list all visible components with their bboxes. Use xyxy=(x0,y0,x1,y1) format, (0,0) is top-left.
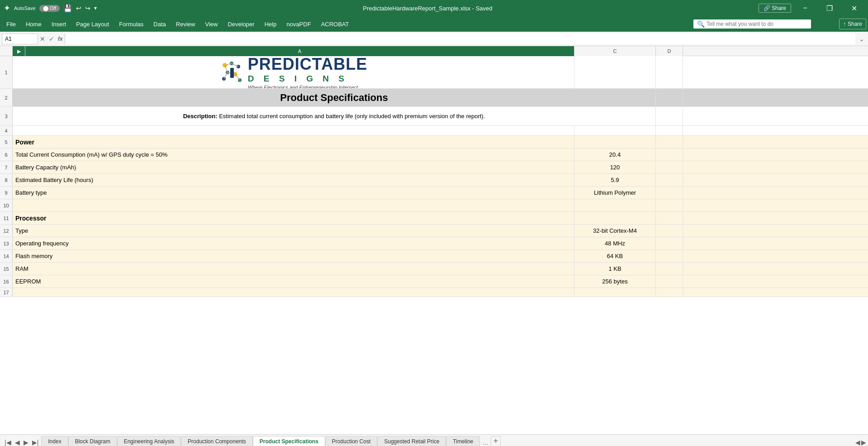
rows-container: 1 xyxy=(0,56,868,434)
tab-production-cost[interactable]: Production Cost xyxy=(325,436,377,446)
name-box[interactable]: A1 xyxy=(2,34,38,44)
minimize-button[interactable]: − xyxy=(795,0,816,16)
row-number: 8 xyxy=(0,174,13,186)
tab-suggested-retail-price[interactable]: Suggested Retail Price xyxy=(377,436,446,446)
menu-data[interactable]: Data xyxy=(149,19,170,29)
data-label: Operating frequency xyxy=(13,237,574,249)
formula-bar-controls: ✕ ✓ fx xyxy=(40,35,63,43)
close-button[interactable]: ✕ xyxy=(844,0,864,16)
data-value: 5.9 xyxy=(574,174,656,186)
tab-production-components[interactable]: Production Components xyxy=(181,436,253,446)
row-label: Estimated Battery Life (hours) xyxy=(15,177,93,183)
row-label: Battery Capacity (mAh) xyxy=(15,164,76,171)
data-cell-d xyxy=(656,161,683,173)
share-button[interactable]: 🔗 Share xyxy=(759,4,791,13)
table-row: 11 Processor xyxy=(0,212,868,225)
search-input[interactable] xyxy=(707,21,797,27)
row-number: 3 xyxy=(0,107,13,125)
title-bar: ✦ AutoSave ⬤ Off 💾 ↩ ↪ ▾ PredictableHard… xyxy=(0,0,868,16)
section-name: Processor xyxy=(15,215,46,222)
title-bar-left: ✦ AutoSave ⬤ Off 💾 ↩ ↪ ▾ xyxy=(4,3,97,13)
row-number: 2 xyxy=(0,89,13,106)
autosave-label: AutoSave xyxy=(14,5,36,11)
menu-file[interactable]: File xyxy=(2,19,20,29)
row-label: Battery type xyxy=(15,189,47,196)
formula-input[interactable] xyxy=(65,34,855,44)
title-bar-right: 🔗 Share − ❐ ✕ xyxy=(759,0,864,16)
table-row: 16 EEPROM 256 bytes xyxy=(0,275,868,288)
empty-cell xyxy=(13,199,574,211)
row-number: 1 xyxy=(0,56,13,88)
filename: PredictableHardwareReport_Sample.xlsx xyxy=(363,5,470,12)
cancel-formula-icon[interactable]: ✕ xyxy=(40,35,45,43)
row-number: 9 xyxy=(0,187,13,199)
description-label: Description: xyxy=(183,113,218,120)
col-header-a[interactable]: A xyxy=(25,46,574,56)
data-value: 48 MHz xyxy=(574,237,656,249)
tab-nav-prev[interactable]: ◀ xyxy=(14,439,21,446)
sheet-title: Product Specifications xyxy=(280,92,388,104)
row-number: 11 xyxy=(0,212,13,224)
col-header-expand[interactable]: ▶ xyxy=(13,46,25,56)
col-header-d[interactable]: D xyxy=(656,46,683,56)
row-value: 48 MHz xyxy=(605,240,625,247)
menu-novapdf[interactable]: novaPDF xyxy=(282,19,315,29)
insert-function-icon[interactable]: fx xyxy=(58,36,63,42)
tab-nav-last[interactable]: ▶| xyxy=(31,439,40,446)
menu-home[interactable]: Home xyxy=(21,19,46,29)
tab-block-diagram[interactable]: Block Diagram xyxy=(68,436,117,446)
tab-nav-next[interactable]: ▶ xyxy=(23,439,29,446)
menu-view[interactable]: View xyxy=(200,19,222,29)
empty-cell-d xyxy=(656,199,683,211)
tab-nav-first[interactable]: |◀ xyxy=(4,439,12,446)
share-menu-button[interactable]: ↑ Share xyxy=(839,19,866,29)
menu-review[interactable]: Review xyxy=(171,19,200,29)
tab-timeline[interactable]: Timeline xyxy=(446,436,480,446)
data-value: 32-bit Cortex-M4 xyxy=(574,225,656,237)
tab-engineering-analysis[interactable]: Engineering Analysis xyxy=(117,436,181,446)
data-cell-d xyxy=(656,225,683,237)
title-cell-d xyxy=(656,89,683,106)
section-header-c xyxy=(574,136,656,148)
menu-help[interactable]: Help xyxy=(260,19,281,29)
menu-page-layout[interactable]: Page Layout xyxy=(71,19,114,29)
undo-icon[interactable]: ↩ xyxy=(76,5,81,12)
save-icon[interactable]: 💾 xyxy=(63,4,72,13)
row-number: 13 xyxy=(0,237,13,249)
scroll-left-icon[interactable]: ◀ xyxy=(855,439,860,446)
data-cell-d xyxy=(656,250,683,262)
col-header-c[interactable]: C xyxy=(574,46,656,56)
tab-navigation: |◀ ◀ ▶ ▶| xyxy=(2,439,41,446)
document-title: PredictableHardwareReport_Sample.xlsx - … xyxy=(97,5,758,12)
add-sheet-button[interactable]: + xyxy=(491,436,501,446)
row-label: Operating frequency xyxy=(15,240,69,247)
row-value: 20.4 xyxy=(609,151,621,158)
more-sheets-indicator[interactable]: ... xyxy=(480,439,491,446)
row-value: 64 KB xyxy=(607,253,623,259)
table-row: 7 Battery Capacity (mAh) 120 xyxy=(0,161,868,174)
spreadsheet: ▶ A C D 1 xyxy=(0,46,868,434)
tab-index[interactable]: Index xyxy=(41,436,68,446)
menu-developer[interactable]: Developer xyxy=(223,19,259,29)
menu-insert[interactable]: Insert xyxy=(47,19,71,29)
tab-product-specifications[interactable]: Product Specifications xyxy=(253,436,325,446)
table-row: 17 xyxy=(0,288,868,297)
restore-button[interactable]: ❐ xyxy=(819,0,840,16)
data-label: Battery type xyxy=(13,187,574,199)
table-row: 8 Estimated Battery Life (hours) 5.9 xyxy=(0,174,868,187)
row-number: 10 xyxy=(0,199,13,211)
redo-icon[interactable]: ↪ xyxy=(85,5,90,12)
data-cell-d xyxy=(656,149,683,161)
autosave-toggle[interactable]: ⬤ Off xyxy=(39,5,60,12)
table-row: 1 xyxy=(0,56,868,89)
svg-line-12 xyxy=(235,74,240,80)
empty-cell-c xyxy=(574,199,656,211)
confirm-formula-icon[interactable]: ✓ xyxy=(49,35,54,43)
menu-acrobat[interactable]: ACROBAT xyxy=(317,19,354,29)
menu-formulas[interactable]: Formulas xyxy=(114,19,148,29)
scroll-right-icon[interactable]: ▶ xyxy=(861,439,866,446)
search-icon: 🔍 xyxy=(697,20,705,28)
sheet-tabs-right: ◀ ▶ xyxy=(855,439,868,446)
row-number: 4 xyxy=(0,126,13,135)
expand-formula-bar-button[interactable]: ⌄ xyxy=(857,35,866,43)
